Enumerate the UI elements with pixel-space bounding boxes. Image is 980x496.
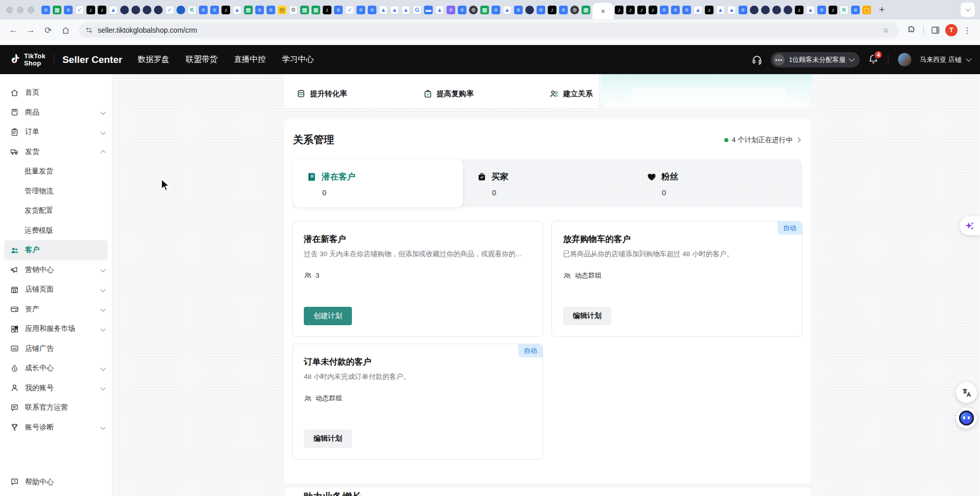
sidebar-item-assets[interactable]: 资产 (0, 300, 112, 320)
translate-button[interactable] (956, 382, 977, 403)
sidebar-item-diagnosis[interactable]: 账号诊断 (0, 418, 112, 438)
tab-search-button[interactable] (961, 3, 975, 17)
doc-tab-favicon[interactable]: ≡ (660, 6, 669, 14)
sidebar-item-growth[interactable]: 成长中心 (0, 358, 112, 378)
reload-button[interactable]: ⟳ (41, 23, 55, 37)
nav-item-1[interactable]: 联盟带货 (186, 54, 217, 65)
triangle-tab-favicon[interactable]: ▲ (379, 6, 388, 14)
address-bar[interactable]: seller.tiktokglobalshop.com/crm ☆ (79, 22, 899, 38)
unassigned-customers-pill[interactable]: ••• 1位顾客未分配客服 (771, 52, 860, 67)
doc-tab-favicon[interactable]: ≡ (64, 6, 73, 14)
triangle-tab-favicon[interactable]: ▲ (109, 6, 118, 14)
sidebar-item-home[interactable]: 首页 (0, 83, 112, 103)
site-settings-icon[interactable] (85, 26, 93, 34)
sidebar-item-account[interactable]: 我的账号 (0, 378, 112, 398)
card-tab-favicon[interactable]: ▬ (424, 6, 433, 14)
doc-tab-favicon[interactable]: ≡ (851, 6, 860, 14)
customer-tab-0[interactable]: 潜在客户0 (293, 159, 463, 207)
notifications-button[interactable]: 4 (868, 54, 879, 66)
doc-tab-favicon[interactable]: ≡ (739, 6, 747, 14)
sidebar-item-marketing[interactable]: 营销中心 (0, 260, 112, 280)
close-window-icon[interactable] (6, 7, 13, 13)
sheet-tab-favicon[interactable]: ▦ (582, 6, 590, 14)
sidebar-item-sub-发货配置[interactable]: 发货配置 (0, 201, 112, 221)
doc-tab-favicon[interactable]: ≡ (266, 6, 275, 14)
bookmark-star-icon[interactable]: ☆ (879, 24, 893, 37)
triangle-tab-favicon[interactable]: ▲ (402, 6, 410, 14)
sidebar-item-ads[interactable]: AD店铺广告 (0, 339, 112, 359)
doc-tab-favicon[interactable]: ≡ (537, 6, 545, 14)
store-avatar[interactable] (898, 53, 911, 66)
globe-tab-favicon[interactable]: ⊕ (469, 6, 478, 14)
mascot-tab-favicon[interactable] (750, 6, 759, 14)
seller-center-title[interactable]: Seller Center (62, 54, 122, 65)
store-name[interactable]: 马来西亚 店铺 (920, 55, 962, 64)
doc-tab-favicon[interactable]: ≡ (255, 6, 264, 14)
edit-plan-button[interactable]: 编辑计划 (304, 430, 352, 448)
active-browser-tab[interactable]: × (592, 3, 614, 19)
plans-status-link[interactable]: 4 个计划正在进行中 (724, 136, 800, 145)
close-tab-icon[interactable]: × (601, 8, 605, 15)
triangle-tab-favicon[interactable]: ▲ (503, 6, 511, 14)
sheet-tab-favicon[interactable]: ▦ (311, 6, 320, 14)
tiktok-tab-favicon[interactable]: ♪ (637, 6, 646, 14)
sidebar-item-storefront[interactable]: 店铺页面 (0, 280, 112, 300)
nav-item-0[interactable]: 数据罗盘 (138, 54, 169, 65)
create-plan-button[interactable]: 创建计划 (304, 307, 352, 325)
purpledoc-tab-favicon[interactable]: ≡ (447, 6, 455, 14)
doc-tab-favicon[interactable]: ≡ (458, 6, 466, 14)
side-panel-icon[interactable] (929, 24, 942, 37)
doc-tab-favicon[interactable]: ≡ (368, 6, 376, 14)
customer-tab-2[interactable]: 粉丝0 (633, 159, 803, 207)
mascot-tab-favicon[interactable] (784, 6, 792, 14)
maximize-window-icon[interactable] (28, 7, 34, 13)
tiktok-tab-favicon[interactable]: ♪ (548, 6, 556, 14)
mascot-tab-favicon[interactable] (772, 6, 781, 14)
sidebar-item-help-center[interactable]: ? 帮助中心 (0, 472, 112, 492)
back-button[interactable]: ← (6, 23, 20, 37)
tiktok-tab-favicon[interactable]: ♪ (795, 6, 804, 14)
orange-tab-favicon[interactable]: ▢ (862, 6, 871, 14)
doc-tab-favicon[interactable]: ≡ (682, 6, 691, 14)
mascot-tab-favicon[interactable] (154, 6, 163, 14)
sidebar-item-sub-批量发货[interactable]: 批量发货 (0, 162, 112, 182)
extensions-puzzle-icon[interactable] (905, 24, 918, 37)
tiktok-tab-favicon[interactable]: ♪ (705, 6, 714, 14)
sidebar-item-apps[interactable]: 应用和服务市场 (0, 319, 112, 339)
doc-tab-favicon[interactable]: ≡ (210, 6, 219, 14)
gear-tab-favicon[interactable]: ⚙ (289, 6, 298, 14)
doc-tab-favicon[interactable]: ≡ (41, 6, 50, 14)
google-tab-favicon[interactable]: G (413, 6, 421, 14)
triangle-tab-favicon[interactable]: ▲ (806, 6, 815, 14)
triangle-tab-favicon[interactable]: ▲ (694, 6, 702, 14)
doc-tab-favicon[interactable]: ≡ (199, 6, 208, 14)
nav-item-3[interactable]: 学习中心 (282, 54, 314, 65)
tiktok-tab-favicon[interactable]: ♪ (323, 6, 331, 14)
bird-tab-favicon[interactable]: ✓ (75, 6, 84, 14)
headset-icon[interactable] (751, 54, 763, 65)
mascot-tab-favicon[interactable] (120, 6, 129, 14)
sidebar-item-sub-管理物流[interactable]: 管理物流 (0, 182, 112, 201)
tiktok-shop-logo[interactable]: TikTok Shop (9, 53, 46, 66)
doc-tab-favicon[interactable]: ≡ (357, 6, 365, 14)
forward-button[interactable]: → (24, 23, 38, 37)
tiktok-tab-favicon[interactable]: ♪ (829, 6, 837, 14)
triangle-tab-favicon[interactable]: ▲ (390, 6, 399, 14)
browser-menu-icon[interactable]: ⋮ (961, 24, 974, 37)
bird-tab-favicon[interactable]: ✓ (345, 6, 354, 14)
swirl-tab-favicon[interactable] (176, 6, 185, 14)
sheet-tab-favicon[interactable]: ▦ (244, 6, 253, 14)
doc-tab-favicon[interactable]: ≡ (559, 6, 568, 14)
sidebar-item-sub-运费模版[interactable]: 运费模版 (0, 221, 112, 241)
tiktok-tab-favicon[interactable]: ♪ (98, 6, 106, 14)
sidebar-item-shipping[interactable]: 发货 (0, 142, 112, 162)
mascot-tab-favicon[interactable] (131, 6, 140, 14)
doc-tab-favicon[interactable]: ≡ (817, 6, 826, 14)
triangle-tab-favicon[interactable]: ▲ (435, 6, 444, 14)
doc-tab-favicon[interactable]: ≡ (514, 6, 523, 14)
sheet-tab-favicon[interactable]: ▦ (300, 6, 309, 14)
kite-tab-favicon[interactable]: K (840, 6, 849, 14)
profile-avatar[interactable]: T (945, 24, 957, 36)
nav-item-2[interactable]: 直播中控 (234, 54, 265, 65)
doc-tab-favicon[interactable]: ≡ (492, 6, 500, 14)
